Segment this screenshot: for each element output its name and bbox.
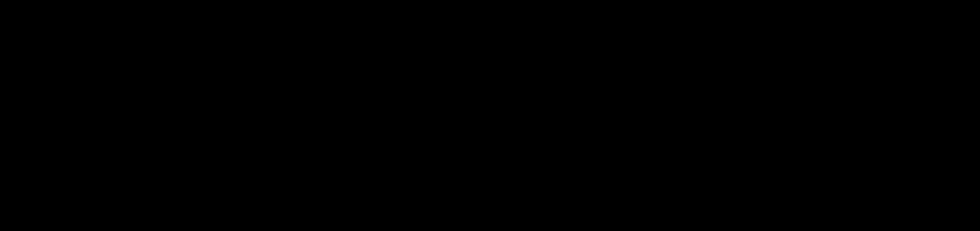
terminal[interactable]: [root@www ~]# cat -n /etc/issue 1CentOS … <box>11 229 969 231</box>
